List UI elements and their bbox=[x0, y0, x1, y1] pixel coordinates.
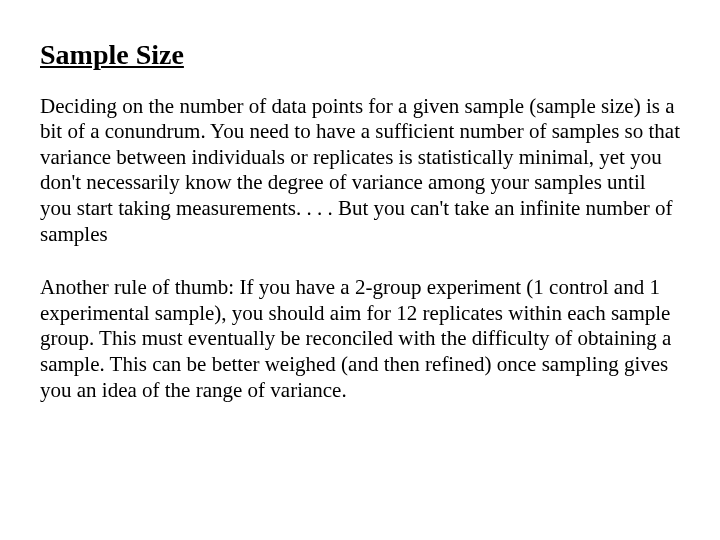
page-title: Sample Size bbox=[40, 38, 680, 72]
paragraph-2: Another rule of thumb: If you have a 2-g… bbox=[40, 275, 680, 403]
paragraph-1: Deciding on the number of data points fo… bbox=[40, 94, 680, 248]
document-page: Sample Size Deciding on the number of da… bbox=[0, 0, 720, 443]
